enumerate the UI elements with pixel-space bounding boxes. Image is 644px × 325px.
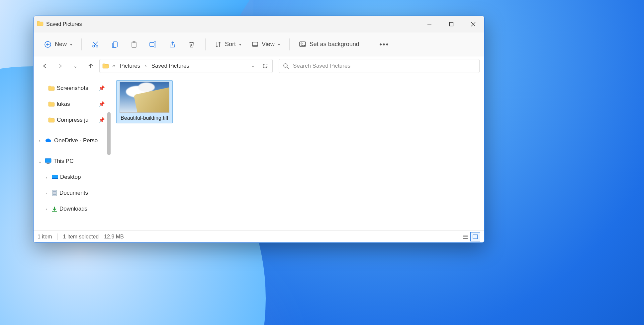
rename-icon — [149, 41, 157, 48]
share-icon — [169, 41, 176, 48]
delete-button[interactable] — [183, 37, 201, 52]
more-button[interactable]: ••• — [375, 37, 393, 52]
svg-rect-30 — [52, 178, 58, 179]
chevron-down-icon: ▾ — [278, 42, 280, 47]
search-input[interactable] — [293, 63, 475, 69]
nav-item-label: Desktop — [60, 174, 81, 180]
chevron-right-icon[interactable]: › — [44, 191, 49, 196]
ellipsis-icon: ••• — [379, 40, 389, 49]
file-item[interactable]: Beautiful-building.tiff — [116, 80, 173, 123]
separator — [57, 233, 58, 240]
svg-rect-28 — [46, 163, 50, 164]
toolbar: New ▾ — [34, 32, 484, 56]
svg-rect-27 — [47, 163, 49, 163]
folder-icon — [37, 21, 44, 28]
pin-icon: 📌 — [99, 85, 105, 91]
thumbnails-view-button[interactable] — [470, 232, 480, 241]
sort-button-label: Sort — [225, 41, 236, 48]
svg-line-25 — [287, 67, 289, 69]
search-box[interactable] — [279, 59, 480, 73]
rename-button[interactable] — [144, 37, 162, 52]
chevron-right-icon[interactable]: › — [44, 175, 49, 180]
status-size: 12.9 MB — [104, 234, 124, 240]
scissors-icon — [92, 41, 99, 48]
picture-icon — [299, 41, 306, 48]
monitor-icon — [45, 158, 51, 164]
nav-item-screenshots[interactable]: Screenshots 📌 — [34, 80, 112, 96]
separator — [205, 38, 206, 50]
forward-button[interactable] — [53, 59, 67, 73]
new-button-label: New — [55, 41, 67, 48]
sort-icon — [215, 41, 222, 48]
share-button[interactable] — [163, 37, 181, 52]
onedrive-icon — [45, 138, 52, 143]
navigation-pane[interactable]: Screenshots 📌 lukas 📌 Compress ju 📌 › On… — [34, 76, 112, 230]
navpane-scrollbar[interactable] — [106, 76, 112, 230]
breadcrumb-segment[interactable]: Saved Pictures — [150, 61, 191, 71]
nav-item-documents[interactable]: › Documents — [34, 185, 112, 201]
set-as-background-label: Set as background — [310, 41, 359, 48]
copy-icon — [111, 41, 118, 48]
chevron-right-icon[interactable]: › — [44, 207, 49, 212]
cut-button[interactable] — [86, 37, 104, 52]
close-button[interactable] — [462, 16, 484, 32]
svg-rect-14 — [150, 42, 154, 46]
svg-point-23 — [301, 43, 302, 44]
pin-icon: 📌 — [99, 101, 105, 107]
svg-rect-20 — [252, 42, 258, 46]
window-title: Saved Pictures — [46, 21, 82, 27]
search-icon — [283, 63, 289, 69]
file-name-label: Beautiful-building.tiff — [120, 113, 169, 122]
folder-icon — [48, 101, 55, 107]
nav-item-desktop[interactable]: › Desktop — [34, 169, 112, 185]
explorer-body: Screenshots 📌 lukas 📌 Compress ju 📌 › On… — [34, 76, 484, 230]
up-button[interactable] — [84, 59, 97, 73]
new-button[interactable]: New ▾ — [40, 37, 77, 52]
clipboard-icon — [130, 41, 138, 48]
titlebar[interactable]: Saved Pictures — [34, 16, 484, 32]
nav-item-label: Screenshots — [57, 85, 88, 92]
address-dropdown-button[interactable]: ⌄ — [248, 61, 258, 71]
separator — [289, 38, 290, 50]
sort-button[interactable]: Sort ▾ — [210, 37, 246, 52]
chevron-right-icon[interactable]: › — [37, 138, 43, 143]
nav-item-onedrive[interactable]: › OneDrive - Perso — [34, 133, 112, 149]
nav-item-label: Compress ju — [57, 117, 88, 123]
nav-item-this-pc[interactable]: ⌄ This PC — [34, 153, 112, 169]
folder-icon — [48, 86, 55, 91]
paste-button[interactable] — [125, 37, 143, 52]
scrollbar-thumb[interactable] — [107, 112, 111, 155]
navigation-row: ⌄ « Pictures › Saved Pictures ⌄ — [34, 56, 484, 76]
nav-item-downloads[interactable]: › Downloads — [34, 201, 112, 217]
back-button[interactable] — [38, 59, 51, 73]
details-view-button[interactable] — [460, 232, 470, 241]
plus-circle-icon — [44, 41, 51, 48]
recent-locations-button[interactable]: ⌄ — [69, 59, 82, 73]
overflow-chevron-icon[interactable]: « — [112, 63, 116, 69]
svg-rect-39 — [473, 235, 478, 239]
address-bar[interactable]: « Pictures › Saved Pictures ⌄ — [99, 59, 273, 73]
status-selection: 1 item selected — [63, 234, 99, 240]
chevron-down-icon: ⌄ — [251, 64, 255, 68]
chevron-down-icon: ▾ — [239, 42, 241, 47]
file-explorer-window: Saved Pictures New ▾ — [33, 16, 485, 243]
set-as-background-button[interactable]: Set as background — [294, 37, 364, 52]
desktop-icon — [51, 174, 58, 180]
minimize-button[interactable] — [418, 16, 440, 32]
status-bar: 1 item 1 item selected 12.9 MB — [34, 230, 484, 242]
copy-button[interactable] — [106, 37, 124, 52]
svg-point-24 — [284, 64, 287, 67]
refresh-button[interactable] — [260, 61, 270, 71]
breadcrumb-segment[interactable]: Pictures — [119, 61, 141, 71]
nav-item-label: Downloads — [59, 206, 87, 212]
nav-item-compress[interactable]: Compress ju 📌 — [34, 112, 112, 128]
maximize-button[interactable] — [440, 16, 462, 32]
nav-item-lukas[interactable]: lukas 📌 — [34, 96, 112, 112]
download-icon — [51, 206, 57, 212]
svg-rect-26 — [45, 159, 51, 162]
status-item-count: 1 item — [38, 234, 52, 240]
view-button[interactable]: View ▾ — [247, 37, 285, 52]
content-pane[interactable]: Beautiful-building.tiff — [112, 76, 484, 230]
chevron-down-icon[interactable]: ⌄ — [37, 159, 43, 164]
chevron-down-icon: ⌄ — [73, 63, 77, 69]
